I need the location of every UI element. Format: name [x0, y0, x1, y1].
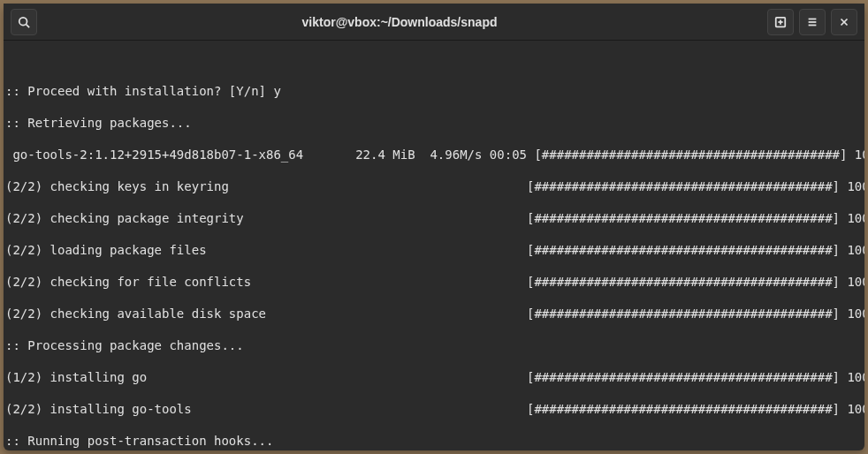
output-line: (2/2) checking keys in keyring [########…: [5, 178, 863, 194]
terminal-output[interactable]: :: Proceed with installation? [Y/n] y ::…: [4, 41, 864, 450]
search-button[interactable]: [11, 9, 37, 35]
output-line: go-tools-2:1.12+2915+49d818b07-1-x86_64 …: [5, 147, 863, 163]
new-tab-icon: [774, 16, 787, 28]
close-button[interactable]: [831, 9, 857, 35]
output-line: (2/2) loading package files [###########…: [5, 242, 863, 258]
titlebar: viktor@vbox:~/Downloads/snapd: [4, 4, 864, 41]
output-line: :: Running post-transaction hooks...: [5, 433, 863, 449]
terminal-window: viktor@vbox:~/Downloads/snapd :: Proceed…: [4, 4, 864, 450]
output-line: :: Processing package changes...: [5, 337, 863, 353]
output-line: :: Proceed with installation? [Y/n] y: [5, 83, 863, 99]
output-line: (2/2) checking available disk space [###…: [5, 306, 863, 322]
svg-line-1: [27, 24, 30, 27]
output-line: (1/2) installing go [###################…: [5, 369, 863, 385]
output-line: (2/2) installing go-tools [#############…: [5, 401, 863, 417]
output-line: (2/2) checking for file conflicts [#####…: [5, 274, 863, 290]
svg-point-0: [19, 17, 27, 25]
search-icon: [18, 16, 30, 28]
hamburger-icon: [806, 16, 819, 28]
output-line: :: Retrieving packages...: [5, 115, 863, 131]
output-line: (2/2) checking package integrity [######…: [5, 210, 863, 226]
menu-button[interactable]: [799, 9, 826, 35]
close-icon: [838, 16, 850, 28]
new-tab-button[interactable]: [767, 9, 794, 35]
window-title: viktor@vbox:~/Downloads/snapd: [37, 15, 762, 29]
